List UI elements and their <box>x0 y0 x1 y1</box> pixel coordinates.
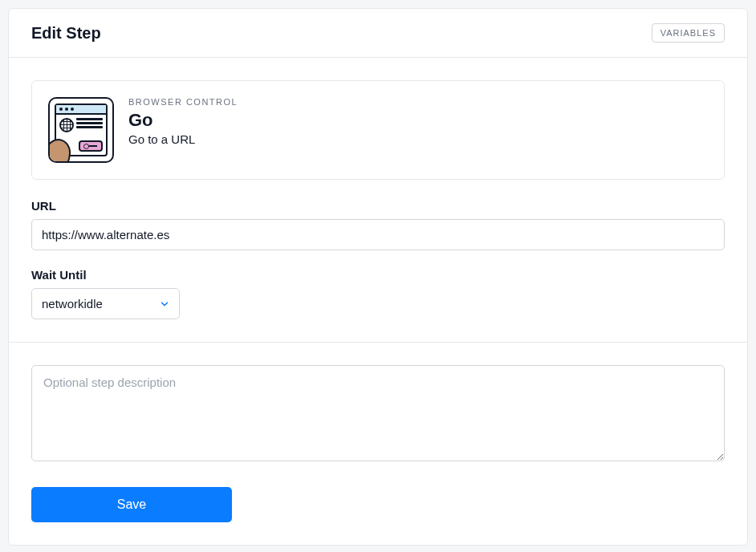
variables-button[interactable]: VARIABLES <box>652 23 725 43</box>
step-description: Go to a URL <box>128 132 238 146</box>
step-category: BROWSER CONTROL <box>128 97 238 107</box>
description-textarea[interactable] <box>31 365 725 461</box>
url-field: URL <box>31 199 725 250</box>
save-button[interactable]: Save <box>31 487 232 522</box>
step-summary-card: BROWSER CONTROL Go Go to a URL <box>31 80 725 180</box>
page-title: Edit Step <box>31 24 101 43</box>
wait-until-select[interactable]: networkidle <box>31 288 180 319</box>
step-info: BROWSER CONTROL Go Go to a URL <box>128 97 238 146</box>
url-input[interactable] <box>31 219 725 250</box>
browser-go-icon <box>48 97 114 163</box>
panel-header: Edit Step VARIABLES <box>9 9 747 58</box>
edit-step-panel: Edit Step VARIABLES <box>8 8 748 546</box>
url-label: URL <box>31 199 725 213</box>
wait-until-label: Wait Until <box>31 268 725 282</box>
panel-footer: Save <box>9 343 747 545</box>
step-name: Go <box>128 110 238 131</box>
panel-body: BROWSER CONTROL Go Go to a URL URL Wait … <box>9 58 747 343</box>
wait-until-field: Wait Until networkidle <box>31 268 725 319</box>
